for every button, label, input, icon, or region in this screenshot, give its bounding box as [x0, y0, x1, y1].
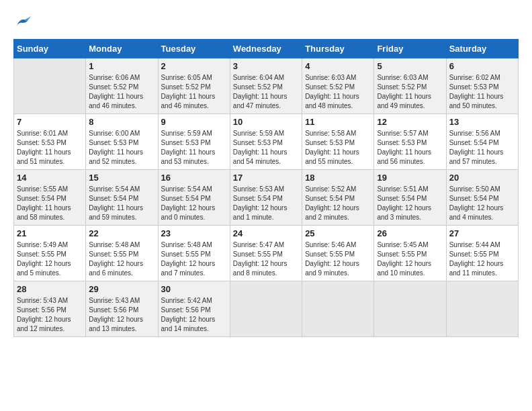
- weekday-header: Tuesday: [158, 40, 230, 58]
- calendar-day-cell: [446, 281, 518, 337]
- day-number: 14: [17, 173, 83, 183]
- calendar-day-cell: [302, 281, 374, 337]
- day-info: Sunrise: 5:47 AM Sunset: 5:55 PM Dayligh…: [233, 240, 299, 278]
- calendar-day-cell: 11Sunrise: 5:58 AM Sunset: 5:53 PM Dayli…: [302, 114, 374, 170]
- day-number: 7: [17, 117, 83, 127]
- day-number: 13: [449, 117, 515, 127]
- day-number: 16: [161, 173, 227, 183]
- day-info: Sunrise: 5:58 AM Sunset: 5:53 PM Dayligh…: [305, 129, 371, 167]
- day-info: Sunrise: 5:51 AM Sunset: 5:54 PM Dayligh…: [377, 185, 443, 222]
- day-info: Sunrise: 6:03 AM Sunset: 5:52 PM Dayligh…: [305, 73, 371, 111]
- weekday-header: Friday: [374, 40, 446, 58]
- calendar-day-cell: 22Sunrise: 5:48 AM Sunset: 5:55 PM Dayli…: [86, 226, 158, 281]
- day-number: 17: [233, 173, 299, 183]
- weekday-header: Wednesday: [230, 40, 302, 58]
- calendar-day-cell: 3Sunrise: 6:04 AM Sunset: 5:52 PM Daylig…: [230, 58, 302, 114]
- calendar-week-row: 1Sunrise: 6:06 AM Sunset: 5:52 PM Daylig…: [14, 58, 519, 114]
- day-info: Sunrise: 5:59 AM Sunset: 5:53 PM Dayligh…: [233, 129, 299, 167]
- day-number: 26: [377, 228, 443, 238]
- calendar-day-cell: 28Sunrise: 5:43 AM Sunset: 5:56 PM Dayli…: [14, 281, 86, 337]
- calendar-day-cell: 25Sunrise: 5:46 AM Sunset: 5:55 PM Dayli…: [302, 226, 374, 281]
- day-info: Sunrise: 5:54 AM Sunset: 5:54 PM Dayligh…: [89, 185, 154, 222]
- calendar-day-cell: [230, 281, 302, 337]
- logo-icon: [13, 13, 32, 32]
- calendar-day-cell: 16Sunrise: 5:54 AM Sunset: 5:54 PM Dayli…: [158, 170, 230, 226]
- day-number: 10: [233, 117, 299, 127]
- page-header: [13, 13, 519, 32]
- calendar-day-cell: 1Sunrise: 6:06 AM Sunset: 5:52 PM Daylig…: [86, 58, 158, 114]
- day-info: Sunrise: 5:43 AM Sunset: 5:56 PM Dayligh…: [17, 296, 83, 334]
- calendar-day-cell: 12Sunrise: 5:57 AM Sunset: 5:53 PM Dayli…: [374, 114, 446, 170]
- calendar-day-cell: 6Sunrise: 6:02 AM Sunset: 5:53 PM Daylig…: [446, 58, 518, 114]
- day-info: Sunrise: 5:52 AM Sunset: 5:54 PM Dayligh…: [305, 185, 371, 222]
- day-number: 27: [449, 228, 515, 238]
- day-info: Sunrise: 6:06 AM Sunset: 5:52 PM Dayligh…: [89, 73, 154, 111]
- day-info: Sunrise: 5:48 AM Sunset: 5:55 PM Dayligh…: [161, 240, 227, 278]
- calendar-day-cell: 8Sunrise: 6:00 AM Sunset: 5:53 PM Daylig…: [86, 114, 158, 170]
- calendar-day-cell: 18Sunrise: 5:52 AM Sunset: 5:54 PM Dayli…: [302, 170, 374, 226]
- day-number: 4: [305, 61, 371, 71]
- calendar-day-cell: 17Sunrise: 5:53 AM Sunset: 5:54 PM Dayli…: [230, 170, 302, 226]
- day-number: 3: [233, 61, 299, 71]
- day-number: 24: [233, 228, 299, 238]
- day-info: Sunrise: 6:01 AM Sunset: 5:53 PM Dayligh…: [17, 129, 83, 167]
- calendar-day-cell: 23Sunrise: 5:48 AM Sunset: 5:55 PM Dayli…: [158, 226, 230, 281]
- calendar-day-cell: 4Sunrise: 6:03 AM Sunset: 5:52 PM Daylig…: [302, 58, 374, 114]
- day-info: Sunrise: 6:04 AM Sunset: 5:52 PM Dayligh…: [233, 73, 299, 111]
- day-number: 1: [89, 61, 154, 71]
- calendar-day-cell: 21Sunrise: 5:49 AM Sunset: 5:55 PM Dayli…: [14, 226, 86, 281]
- calendar-day-cell: 2Sunrise: 6:05 AM Sunset: 5:52 PM Daylig…: [158, 58, 230, 114]
- day-number: 23: [161, 228, 227, 238]
- day-info: Sunrise: 5:45 AM Sunset: 5:55 PM Dayligh…: [377, 240, 443, 278]
- calendar-day-cell: 29Sunrise: 5:43 AM Sunset: 5:56 PM Dayli…: [86, 281, 158, 337]
- calendar-day-cell: 14Sunrise: 5:55 AM Sunset: 5:54 PM Dayli…: [14, 170, 86, 226]
- day-info: Sunrise: 5:49 AM Sunset: 5:55 PM Dayligh…: [17, 240, 83, 278]
- day-info: Sunrise: 5:48 AM Sunset: 5:55 PM Dayligh…: [89, 240, 154, 278]
- calendar-day-cell: 15Sunrise: 5:54 AM Sunset: 5:54 PM Dayli…: [86, 170, 158, 226]
- day-info: Sunrise: 5:46 AM Sunset: 5:55 PM Dayligh…: [305, 240, 371, 278]
- day-info: Sunrise: 5:53 AM Sunset: 5:54 PM Dayligh…: [233, 185, 299, 222]
- day-number: 2: [161, 61, 227, 71]
- day-number: 8: [89, 117, 154, 127]
- calendar-day-cell: 10Sunrise: 5:59 AM Sunset: 5:53 PM Dayli…: [230, 114, 302, 170]
- day-number: 9: [161, 117, 227, 127]
- calendar-day-cell: 13Sunrise: 5:56 AM Sunset: 5:54 PM Dayli…: [446, 114, 518, 170]
- day-info: Sunrise: 5:50 AM Sunset: 5:54 PM Dayligh…: [449, 185, 515, 222]
- day-number: 30: [161, 284, 227, 294]
- day-info: Sunrise: 5:42 AM Sunset: 5:56 PM Dayligh…: [161, 296, 227, 334]
- calendar-table: SundayMondayTuesdayWednesdayThursdayFrid…: [13, 39, 519, 337]
- day-info: Sunrise: 6:05 AM Sunset: 5:52 PM Dayligh…: [161, 73, 227, 111]
- day-number: 28: [17, 284, 83, 294]
- day-number: 5: [377, 61, 443, 71]
- calendar-day-cell: [374, 281, 446, 337]
- day-info: Sunrise: 6:03 AM Sunset: 5:52 PM Dayligh…: [377, 73, 443, 111]
- calendar-day-cell: 5Sunrise: 6:03 AM Sunset: 5:52 PM Daylig…: [374, 58, 446, 114]
- weekday-header: Saturday: [446, 40, 518, 58]
- day-number: 15: [89, 173, 154, 183]
- weekday-header: Sunday: [14, 40, 86, 58]
- day-info: Sunrise: 6:00 AM Sunset: 5:53 PM Dayligh…: [89, 129, 154, 167]
- day-info: Sunrise: 5:43 AM Sunset: 5:56 PM Dayligh…: [89, 296, 154, 334]
- day-info: Sunrise: 6:02 AM Sunset: 5:53 PM Dayligh…: [449, 73, 515, 111]
- day-info: Sunrise: 5:44 AM Sunset: 5:55 PM Dayligh…: [449, 240, 515, 278]
- day-number: 19: [377, 173, 443, 183]
- day-info: Sunrise: 5:56 AM Sunset: 5:54 PM Dayligh…: [449, 129, 515, 167]
- calendar-week-row: 7Sunrise: 6:01 AM Sunset: 5:53 PM Daylig…: [14, 114, 519, 170]
- calendar-day-cell: 24Sunrise: 5:47 AM Sunset: 5:55 PM Dayli…: [230, 226, 302, 281]
- calendar-week-row: 28Sunrise: 5:43 AM Sunset: 5:56 PM Dayli…: [14, 281, 519, 337]
- calendar-day-cell: 20Sunrise: 5:50 AM Sunset: 5:54 PM Dayli…: [446, 170, 518, 226]
- day-info: Sunrise: 5:55 AM Sunset: 5:54 PM Dayligh…: [17, 185, 83, 222]
- day-number: 20: [449, 173, 515, 183]
- calendar-day-cell: 30Sunrise: 5:42 AM Sunset: 5:56 PM Dayli…: [158, 281, 230, 337]
- day-info: Sunrise: 5:59 AM Sunset: 5:53 PM Dayligh…: [161, 129, 227, 167]
- calendar-day-cell: [14, 58, 86, 114]
- calendar-header-row: SundayMondayTuesdayWednesdayThursdayFrid…: [14, 40, 519, 58]
- calendar-day-cell: 19Sunrise: 5:51 AM Sunset: 5:54 PM Dayli…: [374, 170, 446, 226]
- day-number: 21: [17, 228, 83, 238]
- day-number: 29: [89, 284, 154, 294]
- day-number: 25: [305, 228, 371, 238]
- calendar-day-cell: 9Sunrise: 5:59 AM Sunset: 5:53 PM Daylig…: [158, 114, 230, 170]
- calendar-day-cell: 7Sunrise: 6:01 AM Sunset: 5:53 PM Daylig…: [14, 114, 86, 170]
- calendar-day-cell: 27Sunrise: 5:44 AM Sunset: 5:55 PM Dayli…: [446, 226, 518, 281]
- logo: [13, 13, 35, 32]
